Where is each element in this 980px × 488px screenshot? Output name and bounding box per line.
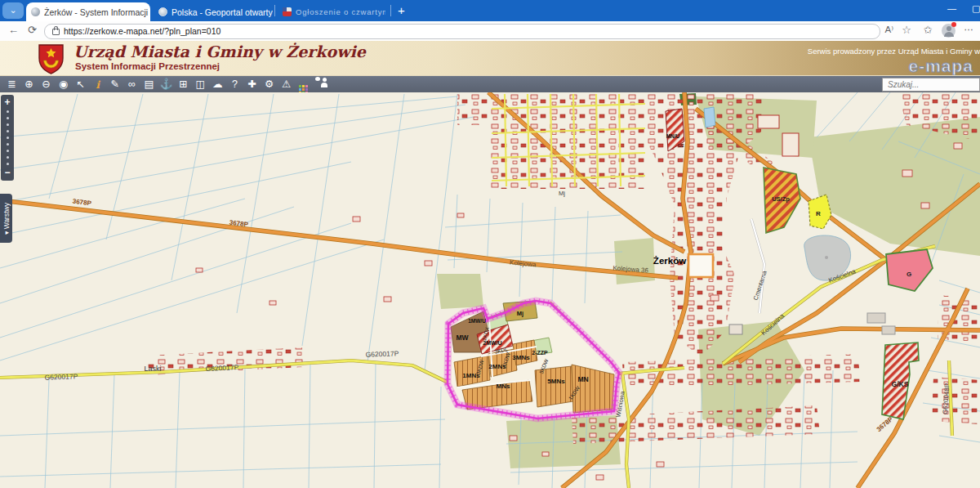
map-search-input[interactable] [882,78,980,92]
notification-badge [951,22,956,27]
zoom-level-dot[interactable] [7,137,9,139]
map-label-mnu: MN/U [666,133,680,139]
map-label-mj: Mj [517,310,523,317]
select-extent-icon[interactable]: ◉ [55,76,72,93]
zoom-level-dot[interactable] [7,110,9,113]
split-view-icon[interactable]: ◫ [192,76,209,93]
page-subtitle: System Informacji Przestrzennej [75,61,220,71]
map-label-g620017p: G620017P [44,372,78,381]
lock-icon [52,29,60,35]
minimize-button[interactable]: — [947,3,956,13]
market-square [688,254,713,277]
tab-favicon-globe-icon [158,7,167,16]
info-icon[interactable]: i [89,76,106,93]
tab-separator [274,5,275,16]
map-label-g620017p: G620017P [205,363,238,373]
settings-icon[interactable]: ⚙ [261,76,278,93]
tab-separator [390,5,391,16]
map-label-mj-top: Mj [559,190,565,197]
profile-balloon-icon[interactable] [312,76,329,93]
tab-favicon-compass-icon [31,7,40,16]
map-label-g: G [906,271,911,278]
maximize-button[interactable]: ▢ [972,3,980,14]
zoom-level-dot[interactable] [7,117,9,119]
site-header: Urząd Miasta i Gminy w Żerkowie System I… [0,41,980,76]
anchor-icon[interactable]: ⚓ [158,76,175,93]
read-aloud-icon[interactable]: A⁾ [885,24,894,35]
map-label-mw: MW [456,334,469,342]
tab-zerkow[interactable]: Żerków - System Informacji Przestr ✕ [26,2,150,21]
zoom-level-dot[interactable] [7,143,9,146]
collections-icon[interactable]: ✩ [924,24,933,36]
browser-window: ⌄ Żerków - System Informacji Przestr ✕ P… [0,0,980,488]
url-text: https://zerkow.e-mapa.net/?pln_plan=010 [64,25,220,38]
measure-icon[interactable]: ✎ [106,76,123,93]
map-label-u2: U2 [678,143,684,148]
map-viewport[interactable]: 3678P 3678P 3678P Kolejowa Kolejowa 36 G… [0,92,980,488]
zoom-level-dot[interactable] [7,163,9,165]
map-label-5mns: 5MNs [547,378,565,385]
favorite-star-icon[interactable]: ☆ [902,24,911,36]
tab-title: Żerków - System Informacji Przestr [44,7,150,17]
tab-title: Ogłoszenie o czwartym prz [296,7,385,16]
layers-icon[interactable]: ≣ [3,76,20,93]
profile-avatar[interactable] [942,24,956,38]
add-service-icon[interactable]: ✚ [243,76,261,93]
zerkow-coat-of-arms [37,43,65,74]
tab-ogloszenie[interactable]: Ogłoszenie o czwartym prz ✕ [278,2,385,21]
zoom-in-button[interactable]: + [4,96,10,108]
copy-view-icon[interactable]: ⊞ [175,76,192,93]
map-label-gks: G/KS [892,380,909,388]
layers-tab-label: Warstwy [2,203,10,229]
print-icon[interactable]: ▤ [140,76,158,93]
map-canvas[interactable]: 3678P 3678P 3678P Kolejowa Kolejowa 36 G… [0,92,980,488]
zoom-control: + − [1,95,14,181]
zoom-in-icon[interactable]: ⊕ [20,76,38,93]
service-note: Serwis prowadzony przez Urząd Miasta i G… [808,47,980,56]
zoom-level-dot[interactable] [7,156,9,159]
browser-tab-bar: ⌄ Żerków - System Informacji Przestr ✕ P… [0,0,980,21]
zoom-out-button[interactable]: − [4,167,10,178]
map-label-3mns: 3MNs [512,354,530,361]
tab-title: Polska - Geoportal otwartych dany [172,7,273,17]
map-label-r: R [816,210,821,217]
map-label-uszp: US/Zp [772,195,790,203]
cloud-icon[interactable]: ☁ [209,76,226,93]
map-label-mns: MNs [497,383,510,390]
pointer-icon[interactable]: ↖ [72,76,89,93]
mosaic-grid-icon[interactable] [295,76,312,93]
map-label-zerkow: Żerków [653,256,686,266]
map-label-1mwu: 1MW/U [468,318,486,324]
browser-address-bar: ← ⟳ https://zerkow.e-mapa.net/?pln_plan=… [0,21,980,42]
map-label-g620017p: G620017P [365,349,399,358]
tab-favicon-flag-icon [283,7,292,16]
zoom-out-icon[interactable]: ⊖ [38,76,55,93]
link-icon[interactable]: ∞ [123,76,140,93]
layers-panel-tab[interactable]: ▾ Warstwy [0,194,12,243]
back-icon[interactable]: ← [8,24,19,36]
emapa-logo: e-mapa [908,56,973,76]
url-field[interactable]: https://zerkow.e-mapa.net/?pln_plan=010 [44,24,880,39]
refresh-icon[interactable]: ⟳ [28,24,37,36]
map-label-mn: MN [577,375,588,383]
map-toolbar: ≣ ⊕ ⊖ ◉ ↖ i ✎ ∞ ▤ ⚓ ⊞ ◫ ☁ ? ✚ ⚙ ⚠ [0,75,980,93]
tab-geoportal[interactable]: Polska - Geoportal otwartych dany ✕ [154,2,273,21]
page-title: Urząd Miasta i Gminy w Żerkowie [74,43,366,60]
zoom-level-dot[interactable] [7,130,9,132]
church-building [729,325,742,334]
new-tab-button[interactable]: + [398,2,405,19]
zoom-level-dot[interactable] [7,123,9,126]
tab-menu-button[interactable]: ⌄ [2,2,24,19]
more-menu-icon[interactable]: ⋯ [964,24,974,35]
map-label-zzp: 2-ZZP [532,350,548,356]
map-label-laski: Laski [144,365,161,373]
help-icon[interactable]: ? [226,76,243,93]
warning-icon[interactable]: ⚠ [278,76,295,93]
zoom-level-dot[interactable] [7,150,9,152]
expand-arrow-icon: ▾ [2,231,10,234]
